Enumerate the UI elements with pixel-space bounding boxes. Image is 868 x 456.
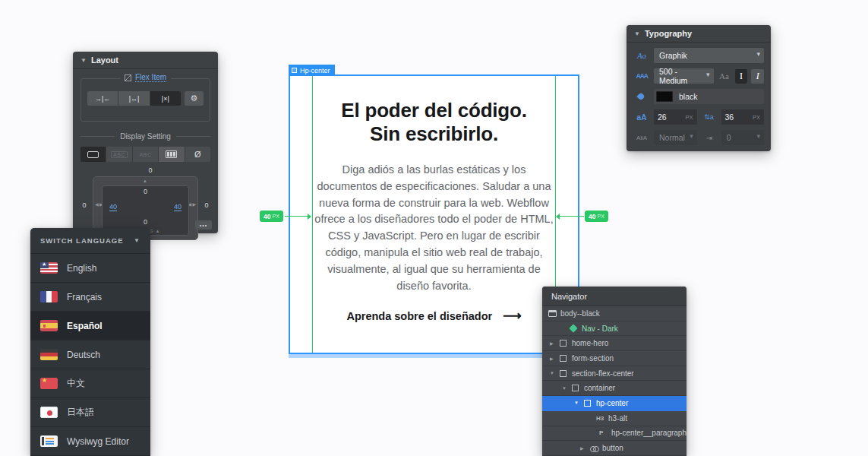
element-label-badge[interactable]: Hp-center xyxy=(289,65,335,76)
language-item-francais[interactable]: Français xyxy=(30,283,150,312)
margin-left-value[interactable]: 0 xyxy=(79,201,90,209)
more-options-button[interactable]: ••• xyxy=(195,220,212,230)
padding-right-value[interactable]: 40 xyxy=(174,203,181,211)
expand-down-icon[interactable]: ▼ xyxy=(562,386,572,391)
language-label: Deutsch xyxy=(67,350,100,360)
font-weight-select[interactable]: 500 - Medium xyxy=(654,68,714,84)
nav-row-form-section[interactable]: ▶ form-section xyxy=(542,351,687,366)
font-size-value: 26 xyxy=(658,112,667,122)
nav-row-nav-dark[interactable]: Nav - Dark xyxy=(542,321,687,337)
language-item-wysiwyg-editor[interactable]: Wysiwyg Editor xyxy=(30,427,150,456)
language-label: English xyxy=(67,263,96,274)
flex-item-link[interactable]: Flex Item xyxy=(135,74,166,82)
display-flex-button[interactable] xyxy=(159,147,185,162)
nav-row-hp-center-paragraph[interactable]: P hp-center__paragraph xyxy=(542,426,687,442)
hidden-eye-icon: Ø xyxy=(194,150,201,159)
padding-top-value[interactable]: 0 xyxy=(140,188,151,195)
canvas-link-label: Aprenda sobre el diseñador xyxy=(346,310,492,322)
display-inline-block-button[interactable]: ABC xyxy=(106,147,132,162)
color-swatch-black[interactable] xyxy=(656,91,673,102)
block-icon xyxy=(87,151,99,158)
body-icon xyxy=(548,310,560,317)
font-size-input[interactable]: 26 PX xyxy=(654,109,697,125)
canvas-link[interactable]: Aprenda sobre el diseñador ⟶ xyxy=(346,310,521,322)
display-none-button[interactable]: Ø xyxy=(185,147,210,162)
switch-language-header[interactable]: SWITCH LANGUAGE ▼ xyxy=(30,228,150,254)
flex-shrink-button[interactable]: →|← xyxy=(87,91,118,106)
stepper-up-icon[interactable]: ▲ xyxy=(143,179,147,183)
expand-right-icon[interactable]: ▶ xyxy=(550,356,560,361)
nav-row-button[interactable]: ▶ button xyxy=(542,441,687,456)
display-inline-button[interactable]: ABC xyxy=(133,147,159,162)
padding-left-badge: 40 PX xyxy=(260,211,283,222)
stepper-left-icon[interactable]: ◀ xyxy=(95,202,99,207)
nav-row-label: Nav - Dark xyxy=(582,325,618,333)
div-icon xyxy=(560,355,572,362)
display-block-button[interactable] xyxy=(80,147,106,162)
line-height-input[interactable]: 36 PX xyxy=(721,109,765,125)
font-color-field[interactable]: black xyxy=(654,89,764,104)
flex-grow-button[interactable]: |↔| xyxy=(118,91,150,106)
letter-spacing-select[interactable]: Normal xyxy=(654,130,697,145)
font-style-icon: Aa xyxy=(718,71,731,81)
nav-row-label: home-hero xyxy=(572,339,608,347)
chevron-down-icon: ▼ xyxy=(134,237,140,244)
padding-right-value: 40 xyxy=(589,213,595,220)
typography-panel: ▼ Typography Aa Graphik AAA 500 - Medium… xyxy=(627,25,771,151)
language-label: 中文 xyxy=(67,377,85,390)
measure-arrow-left xyxy=(285,216,311,217)
div-icon xyxy=(584,400,596,407)
margin-right-value[interactable]: 0 xyxy=(201,201,212,209)
switch-language-title: SWITCH LANGUAGE xyxy=(40,236,123,245)
padding-right-unit: PX xyxy=(597,214,604,219)
nav-row-label: container xyxy=(584,384,615,392)
nav-row-h3-alt[interactable]: H3 h3-alt xyxy=(542,411,687,426)
collapse-caret-icon: ▼ xyxy=(634,30,640,37)
stepper-right-icon[interactable]: ▶ xyxy=(192,202,196,207)
typography-panel-header[interactable]: ▼ Typography xyxy=(627,25,771,43)
font-weight-icon: AAA xyxy=(633,72,650,80)
expand-down-icon[interactable]: ▼ xyxy=(574,401,584,405)
flex-settings-gear-button[interactable]: ⚙ xyxy=(185,91,204,106)
text-indent-select[interactable]: 0 xyxy=(721,130,764,145)
div-icon xyxy=(292,68,297,73)
typography-panel-title: Typography xyxy=(645,29,692,38)
expand-right-icon[interactable]: ▶ xyxy=(550,340,560,346)
padding-bottom-value[interactable]: 0 xyxy=(140,218,151,226)
nav-row-label: button xyxy=(602,444,623,452)
canvas-paragraph[interactable]: Diga adiós a las burlas estáticas y los … xyxy=(314,162,554,294)
canvas-heading[interactable]: El poder del código. Sin escribirlo. xyxy=(341,99,526,146)
language-item-espanol[interactable]: Español xyxy=(30,312,150,340)
language-item-japanese[interactable]: 日本語 xyxy=(30,398,150,427)
nav-row-hp-center[interactable]: ▼ hp-center xyxy=(542,396,687,411)
style-italic-button[interactable]: I xyxy=(751,69,764,84)
nav-row-container[interactable]: ▼ container xyxy=(542,381,687,396)
layout-panel-header[interactable]: ▼ Layout xyxy=(73,52,218,69)
element-label: Hp-center xyxy=(300,67,330,74)
style-normal-button[interactable]: I xyxy=(735,69,748,84)
expand-right-icon[interactable]: ▶ xyxy=(580,445,590,451)
inline-block-icon: ABC xyxy=(111,151,128,158)
expand-down-icon[interactable]: ▼ xyxy=(550,371,560,375)
nav-row-home-hero[interactable]: ▶ home-hero xyxy=(542,336,687,351)
nav-row-label: hp-center__paragraph xyxy=(611,429,687,437)
inherit-icon xyxy=(125,74,131,81)
font-family-select[interactable]: Graphik xyxy=(654,48,764,63)
germany-flag-icon xyxy=(40,349,58,360)
nav-row-label: hp-center xyxy=(596,399,628,407)
padding-right-badge: 40 PX xyxy=(585,211,608,222)
padding-left-value[interactable]: 40 xyxy=(109,203,117,211)
font-size-icon: aA xyxy=(633,113,650,122)
language-item-chinese[interactable]: 中文 xyxy=(30,369,150,398)
nav-row-section-flex-center[interactable]: ▼ section-flex-center xyxy=(542,366,687,382)
canvas-selected-element[interactable]: Hp-center El poder del código. Sin escri… xyxy=(289,74,579,354)
line-height-unit: PX xyxy=(753,114,760,121)
spain-flag-icon xyxy=(40,320,58,331)
language-item-english[interactable]: English xyxy=(30,254,150,283)
flex-no-shrink-button[interactable]: |×| xyxy=(150,91,181,106)
nav-row-body[interactable]: body--black xyxy=(542,306,687,321)
margin-top-value[interactable]: 0 xyxy=(145,166,156,174)
switch-language-panel: SWITCH LANGUAGE ▼ English Français Españ… xyxy=(30,228,150,456)
language-item-deutsch[interactable]: Deutsch xyxy=(30,340,150,369)
div-icon xyxy=(560,370,572,377)
